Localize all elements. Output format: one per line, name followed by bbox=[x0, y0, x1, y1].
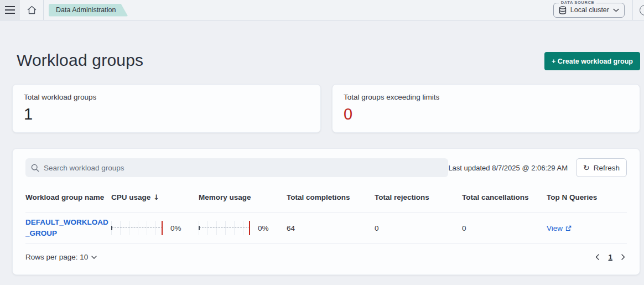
sort-desc-icon: ↓ bbox=[153, 193, 159, 201]
chart-limit-line bbox=[162, 221, 163, 235]
hamburger-icon bbox=[5, 6, 15, 14]
column-header-total-completions[interactable]: Total completions bbox=[287, 193, 375, 201]
topbar-divider bbox=[43, 0, 44, 20]
refresh-icon: ↻ bbox=[583, 164, 590, 172]
column-header-memory-usage[interactable]: Memory usage bbox=[199, 193, 287, 201]
cpu-usage-chart bbox=[111, 221, 164, 235]
breadcrumb[interactable]: Data Administration bbox=[49, 4, 128, 17]
column-header-total-cancellations[interactable]: Total cancellations bbox=[462, 193, 547, 201]
table-row: DEFAULT_WORKLOAD_GROUP 0% 0% 64 0 0 View bbox=[25, 213, 627, 244]
table-footer: Rows per page: 10 1 bbox=[25, 244, 627, 270]
home-icon bbox=[27, 6, 37, 14]
page-title: Workload groups bbox=[17, 51, 143, 70]
view-top-n-queries-link[interactable]: View bbox=[547, 224, 572, 232]
column-header-workload-group-name[interactable]: Workload group name bbox=[25, 193, 111, 201]
stat-label: Total workload groups bbox=[24, 93, 309, 101]
chevron-right-icon bbox=[621, 254, 625, 260]
chart-value-tick bbox=[111, 226, 112, 230]
external-link-icon bbox=[565, 225, 572, 231]
home-button[interactable] bbox=[20, 0, 43, 20]
pagination: 1 bbox=[594, 252, 627, 262]
table-toolbar: Last updated 8/7/2025 @ 2:06:29 AM ↻ Ref… bbox=[25, 158, 627, 177]
chart-dashed-baseline bbox=[112, 227, 163, 228]
stat-label: Total groups exceeding limits bbox=[344, 93, 629, 101]
total-rejections-value: 0 bbox=[375, 224, 462, 232]
database-icon bbox=[559, 6, 567, 14]
data-source-label: DATA SOURCE bbox=[559, 0, 596, 5]
total-cancellations-value: 0 bbox=[462, 224, 547, 232]
column-header-cpu-usage[interactable]: CPU usage↓ bbox=[111, 193, 199, 201]
total-workload-groups-card: Total workload groups 1 bbox=[12, 84, 321, 133]
cpu-usage-value: 0% bbox=[170, 224, 181, 232]
next-page-button[interactable] bbox=[620, 252, 627, 262]
table-header-row: Workload group name CPU usage↓ Memory us… bbox=[25, 183, 627, 213]
data-source-selector[interactable]: DATA SOURCE Local cluster bbox=[553, 3, 625, 18]
memory-usage-cell: 0% bbox=[199, 221, 287, 235]
search-icon bbox=[31, 164, 39, 172]
rows-per-page-selector[interactable]: Rows per page: 10 bbox=[25, 253, 97, 261]
data-source-value: Local cluster bbox=[570, 6, 609, 14]
previous-page-button[interactable] bbox=[594, 252, 601, 262]
page-number-1[interactable]: 1 bbox=[606, 252, 615, 262]
memory-usage-value: 0% bbox=[258, 224, 269, 232]
memory-usage-chart bbox=[199, 221, 252, 235]
stat-value: 0 bbox=[344, 106, 629, 122]
stat-value: 1 bbox=[24, 106, 309, 122]
hamburger-menu-button[interactable] bbox=[0, 0, 20, 20]
refresh-button[interactable]: ↻ Refresh bbox=[576, 158, 627, 177]
chart-limit-line bbox=[249, 221, 250, 235]
workload-groups-panel: Last updated 8/7/2025 @ 2:06:29 AM ↻ Ref… bbox=[12, 148, 640, 275]
topbar-divider bbox=[632, 0, 633, 20]
chevron-left-icon bbox=[595, 254, 599, 260]
chevron-down-icon bbox=[613, 8, 619, 12]
last-updated-text: Last updated 8/7/2025 @ 2:06:29 AM bbox=[448, 164, 568, 172]
workload-group-name-link[interactable]: DEFAULT_WORKLOAD_GROUP bbox=[25, 217, 111, 239]
search-box[interactable] bbox=[25, 158, 448, 177]
top-navigation-bar: Data Administration DATA SOURCE Local cl… bbox=[0, 0, 644, 20]
refresh-label: Refresh bbox=[594, 164, 620, 172]
column-header-total-rejections[interactable]: Total rejections bbox=[375, 193, 462, 201]
cpu-usage-cell: 0% bbox=[111, 221, 199, 235]
chevron-down-icon bbox=[91, 256, 97, 259]
total-groups-exceeding-limits-card: Total groups exceeding limits 0 bbox=[332, 84, 640, 133]
chart-dashed-baseline bbox=[199, 227, 250, 228]
create-workload-group-button[interactable]: + Create workload group bbox=[544, 52, 640, 70]
search-input[interactable] bbox=[44, 164, 443, 172]
column-header-top-n-queries[interactable]: Top N Queries bbox=[547, 193, 627, 201]
total-completions-value: 64 bbox=[287, 224, 375, 232]
help-icon[interactable] bbox=[640, 5, 644, 15]
chart-value-tick bbox=[199, 226, 200, 230]
stat-cards: Total workload groups 1 Total groups exc… bbox=[12, 84, 640, 133]
